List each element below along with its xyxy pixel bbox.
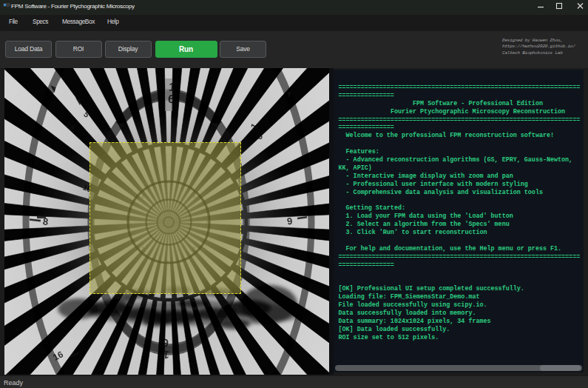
svg-text:6: 6 xyxy=(167,93,175,106)
svg-text:1: 1 xyxy=(169,81,176,94)
svg-text:1: 1 xyxy=(163,349,170,362)
svg-text:6: 6 xyxy=(162,337,169,350)
